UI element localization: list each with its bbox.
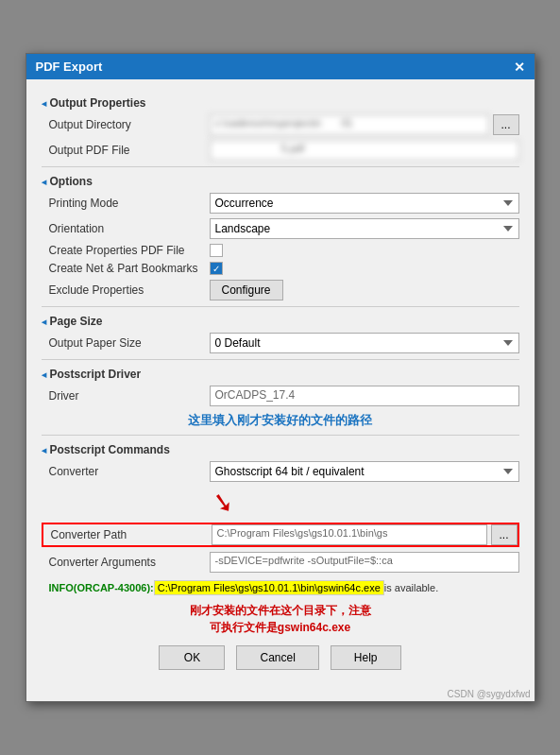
output-directory-input[interactable]: c:\cadence\myprojects\ 01 [210, 114, 489, 135]
section-page-size: Page Size [42, 315, 519, 328]
output-paper-control: 0 Default A4 Letter Legal [210, 333, 519, 353]
help-button[interactable]: Help [331, 645, 401, 670]
orientation-control: Landscape Portrait [210, 218, 519, 239]
arrow-container: ➘ [42, 487, 519, 518]
output-paper-wrapper: 0 Default A4 Letter Legal [210, 333, 519, 353]
exclude-properties-row: Exclude Properties Configure [42, 280, 519, 300]
output-pdf-control: 5.pdf [210, 140, 519, 161]
driver-control: OrCADPS_17.4 [210, 386, 519, 406]
title-bar: PDF Export ✕ [26, 54, 535, 79]
section-options: Options [42, 175, 519, 188]
output-directory-row: Output Directory c:\cadence\myprojects\ … [42, 114, 519, 135]
converter-select[interactable]: Ghostscript 64 bit / equivalent Ghostscr… [210, 461, 519, 482]
section-postscript-commands: Postscript Commands [42, 443, 519, 456]
output-pdf-row: Output PDF File 5.pdf [42, 140, 519, 161]
converter-row: Converter Ghostscript 64 bit / equivalen… [42, 461, 519, 482]
create-net-row: Create Net & Part Bookmarks ✓ [42, 262, 519, 275]
create-properties-checkbox[interactable] [210, 244, 223, 257]
converter-args-label: Converter Arguments [49, 556, 210, 569]
close-button[interactable]: ✕ [514, 60, 525, 74]
converter-path-browse-button[interactable]: ... [491, 524, 518, 545]
converter-args-input[interactable]: -sDEVICE=pdfwrite -sOutputFile=$::ca [210, 552, 519, 573]
output-paper-select[interactable]: 0 Default A4 Letter Legal [210, 333, 519, 353]
info-suffix: is available. [384, 582, 438, 593]
converter-path-control: C:\Program Files\gs\gs10.01.1\bin\gs ... [212, 524, 518, 545]
converter-wrapper: Ghostscript 64 bit / equivalent Ghostscr… [210, 461, 519, 482]
output-paper-label: Output Paper Size [49, 336, 210, 350]
create-net-checkbox[interactable]: ✓ [210, 262, 223, 275]
output-directory-label: Output Directory [49, 118, 210, 131]
pdf-export-dialog: PDF Export ✕ Output Properties Output Di… [25, 53, 535, 702]
output-directory-control: c:\cadence\myprojects\ 01 ... [210, 114, 519, 135]
driver-row: Driver OrCADPS_17.4 [42, 386, 519, 406]
configure-button[interactable]: Configure [210, 280, 283, 300]
dialog-body: Output Properties Output Directory c:\ca… [26, 79, 535, 687]
button-row: OK Cancel Help [42, 645, 519, 670]
converter-control: Ghostscript 64 bit / equivalent Ghostscr… [210, 461, 519, 482]
info-row: INFO(ORCAP-43006): C:\Program Files\gs\g… [42, 577, 519, 598]
section-postscript-driver: Postscript Driver [42, 368, 519, 381]
exclude-properties-label: Exclude Properties [49, 283, 210, 297]
driver-label: Driver [49, 389, 210, 403]
bottom-annotation-line2: 可执行文件是gswin64c.exe [42, 619, 519, 636]
converter-args-control: -sDEVICE=pdfwrite -sOutputFile=$::ca [210, 552, 519, 573]
bottom-annotation: 刚才安装的文件在这个目录下，注意 可执行文件是gswin64c.exe [42, 602, 519, 636]
orientation-label: Orientation [49, 222, 210, 235]
output-paper-row: Output Paper Size 0 Default A4 Letter Le… [42, 333, 519, 353]
converter-label: Converter [49, 465, 210, 478]
red-arrow-icon: ➘ [209, 485, 235, 519]
create-properties-row: Create Properties PDF File [42, 244, 519, 257]
create-net-control: ✓ [210, 262, 519, 275]
output-pdf-label: Output PDF File [49, 144, 210, 157]
watermark: CSDN @sygydxfwd [26, 687, 535, 701]
cancel-button[interactable]: Cancel [236, 645, 318, 670]
orientation-wrapper: Landscape Portrait [210, 218, 519, 239]
orientation-select[interactable]: Landscape Portrait [210, 218, 519, 239]
ok-button[interactable]: OK [159, 645, 225, 670]
bottom-annotation-line1: 刚才安装的文件在这个目录下，注意 [42, 602, 519, 619]
info-label: INFO(ORCAP-43006): [49, 582, 154, 593]
info-path: C:\Program Files\gs\gs10.01.1\bin\gswin6… [154, 580, 384, 595]
exclude-properties-control: Configure [210, 280, 519, 300]
printing-mode-wrapper: Occurrence Physical Logical [210, 193, 519, 214]
converter-path-row: Converter Path C:\Program Files\gs\gs10.… [42, 523, 519, 547]
create-properties-control [210, 244, 519, 257]
create-net-label: Create Net & Part Bookmarks [49, 262, 210, 275]
converter-args-row: Converter Arguments -sDEVICE=pdfwrite -s… [42, 552, 519, 573]
converter-path-label: Converter Path [51, 528, 212, 541]
orientation-row: Orientation Landscape Portrait [42, 218, 519, 239]
create-properties-label: Create Properties PDF File [49, 244, 210, 257]
output-directory-browse-button[interactable]: ... [493, 114, 519, 135]
printing-mode-row: Printing Mode Occurrence Physical Logica… [42, 193, 519, 214]
annotation-top: 这里填入刚才安装好的文件的路径 [42, 412, 519, 429]
driver-input[interactable]: OrCADPS_17.4 [210, 386, 519, 406]
section-output-properties: Output Properties [42, 96, 519, 110]
printing-mode-control: Occurrence Physical Logical [210, 193, 519, 214]
output-pdf-input[interactable]: 5.pdf [210, 140, 519, 161]
converter-path-input[interactable]: C:\Program Files\gs\gs10.01.1\bin\gs [212, 524, 487, 545]
printing-mode-select[interactable]: Occurrence Physical Logical [210, 193, 519, 214]
printing-mode-label: Printing Mode [49, 197, 210, 210]
dialog-title: PDF Export [36, 60, 103, 74]
